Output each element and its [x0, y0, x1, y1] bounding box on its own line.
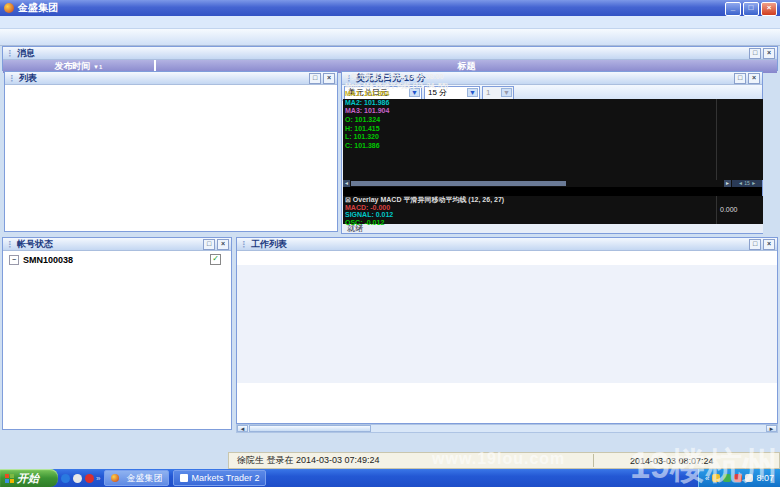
collapse-icon[interactable]: ⊠ [345, 196, 351, 203]
server-time: 2014-03-03 08:07:24 [594, 456, 779, 466]
scroll-left-icon[interactable]: ◄ [237, 425, 248, 432]
main-toolbar [0, 29, 780, 46]
close-icon[interactable]: × [748, 73, 760, 84]
quote-table-header [5, 85, 337, 98]
tray-icon-3[interactable] [734, 474, 742, 482]
chart-scrollbar[interactable]: ◄ ► ◄ 15 ► [343, 180, 762, 187]
tree-collapse-icon[interactable]: − [9, 255, 19, 265]
scroll-thumb[interactable] [249, 425, 371, 432]
windows-flag-icon [5, 474, 14, 483]
macd-legend: ⊠ Overlay MACD 平滑异同移动平均线 (12, 26, 27) MA… [345, 196, 504, 226]
markets-trader-icon [180, 474, 188, 482]
chart-legend: × 美元兑日元 2014-03-03 08:00 Main MA 移动平均线 (… [345, 73, 448, 150]
minimize-button[interactable]: _ [725, 2, 741, 16]
task-button-app[interactable]: 金盛集团 [104, 470, 169, 486]
account-checkbox[interactable]: ✓ [210, 254, 221, 265]
close-button[interactable]: × [761, 2, 777, 16]
sort-indicator: ▼1 [93, 64, 102, 70]
chart-y-axis [716, 99, 763, 180]
tray-icon-4[interactable] [745, 474, 753, 482]
quicklaunch-more-icon[interactable]: » [96, 474, 100, 483]
close-icon[interactable]: × [323, 73, 335, 84]
system-tray: « 8:07 [698, 469, 780, 487]
app-icon [4, 3, 14, 13]
app-icon [111, 474, 119, 482]
panel-grip[interactable]: ⋮ [6, 49, 14, 58]
orders-empty-area [237, 265, 777, 383]
account-panel: ⋮ 帐号状态 □ × − SMN100038 ✓ [2, 237, 232, 430]
taskbar: 开始 » 金盛集团 Markets Trader 2 « 8:07 [0, 469, 780, 487]
task-button-markets-trader[interactable]: Markets Trader 2 [173, 470, 266, 486]
scroll-left-icon[interactable]: ◄ [343, 180, 350, 187]
tray-expand-icon[interactable]: « [705, 474, 709, 483]
zoom-level[interactable]: ◄ 15 ► [732, 180, 762, 187]
taskbar-clock: 8:07 [756, 473, 774, 483]
message-panel-title: 消息 [17, 47, 35, 60]
panel-grip[interactable]: ⋮ [240, 240, 248, 249]
tray-icon-1[interactable] [712, 474, 720, 482]
worklist-panel-title: 工作列表 [251, 238, 287, 251]
worklist-panel: ⋮ 工作列表 □ × [236, 237, 778, 424]
tray-icon-2[interactable] [723, 474, 731, 482]
float-icon[interactable]: □ [203, 239, 215, 250]
orders-table-header [237, 251, 777, 265]
float-icon[interactable]: □ [734, 73, 746, 84]
menu-bar [0, 16, 780, 29]
quicklaunch-desktop-icon[interactable] [73, 474, 82, 483]
chevron-down-icon: ▼ [467, 88, 478, 97]
window-title: 金盛集团 [18, 1, 58, 15]
account-panel-title: 帐号状态 [17, 238, 53, 251]
float-icon[interactable]: □ [309, 73, 321, 84]
quicklaunch-mail-icon[interactable] [85, 474, 94, 483]
macd-y-axis: 0.000 [716, 196, 763, 224]
scroll-right-icon[interactable]: ► [766, 425, 777, 432]
account-id: SMN100038 [23, 255, 73, 265]
macd-axis-label: 0.000 [720, 206, 738, 213]
start-button[interactable]: 开始 [0, 469, 58, 487]
quote-panel-title: 列表 [19, 72, 37, 85]
worklist-scrollbar[interactable]: ◄ ► [236, 424, 778, 433]
maximize-button[interactable]: □ [743, 2, 759, 16]
status-bar: 徐院生 登录在 2014-03-03 07:49:24 2014-03-03 0… [228, 452, 780, 469]
float-icon[interactable]: □ [749, 48, 761, 59]
close-icon[interactable]: × [763, 239, 775, 250]
chart-panel: ⋮ 美元兑日元-15 分 □ × 美元兑日元▼ 15 分▼ 1▼ × 美元兑日元… [341, 71, 763, 234]
scroll-right-icon[interactable]: ► [724, 180, 731, 187]
quote-list-panel: ⋮ 列表 □ × [4, 71, 338, 232]
float-icon[interactable]: □ [749, 239, 761, 250]
panel-grip[interactable]: ⋮ [8, 74, 16, 83]
message-panel: ⋮ 消息 □ × 发布时间 ▼1 标题 [2, 46, 778, 71]
legend-close-icon[interactable]: × [345, 73, 349, 80]
quicklaunch-browser-icon[interactable] [61, 474, 70, 483]
close-icon[interactable]: × [763, 48, 775, 59]
chart-x-axis [343, 187, 762, 196]
panel-grip[interactable]: ⋮ [6, 240, 14, 249]
bar-count-select[interactable]: 1▼ [482, 86, 514, 100]
chevron-down-icon: ▼ [501, 88, 512, 97]
scroll-thumb[interactable] [351, 181, 566, 186]
window-titlebar: 金盛集团 _ □ × [0, 0, 780, 16]
close-icon[interactable]: × [217, 239, 229, 250]
login-status: 徐院生 登录在 2014-03-03 07:49:24 [229, 454, 380, 467]
